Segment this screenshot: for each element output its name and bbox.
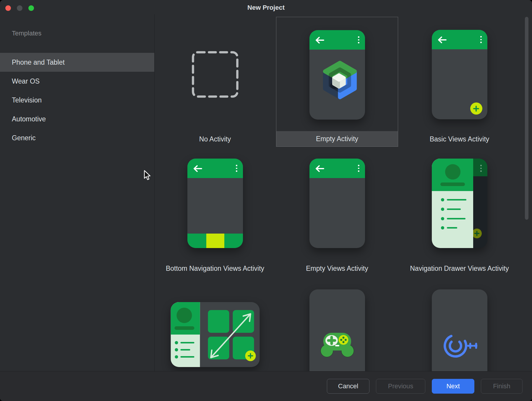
overflow-menu-icon [236, 165, 237, 172]
title-bar: New Project [0, 0, 532, 14]
phone-mockup [309, 289, 365, 371]
template-card-label: No Activity [199, 134, 231, 144]
cpp-logo-icon [443, 332, 477, 359]
template-card-label: Bottom Navigation Views Activity [166, 263, 264, 274]
phone-mockup [432, 159, 487, 248]
previous-button[interactable]: Previous [376, 379, 425, 394]
mouse-cursor [143, 170, 152, 181]
template-card-primary-detail[interactable] [154, 277, 276, 371]
overflow-menu-icon [480, 165, 482, 172]
overflow-menu-icon [480, 36, 482, 43]
template-card-label: Navigation Drawer Views Activity [410, 263, 509, 274]
dialog-title: New Project [0, 4, 532, 12]
template-card-empty-activity[interactable]: Empty Activity [276, 17, 398, 147]
dashed-placeholder-icon [192, 51, 239, 98]
phone-mockup [309, 159, 365, 248]
back-arrow-icon [193, 165, 202, 172]
template-card-no-activity[interactable]: No Activity [154, 17, 276, 147]
back-arrow-icon [315, 165, 324, 172]
overflow-menu-icon [358, 36, 359, 43]
dimmed-fab-plus-icon [472, 229, 482, 238]
finish-button[interactable]: Finish [481, 379, 523, 394]
back-arrow-icon [315, 37, 324, 44]
avatar-icon [445, 164, 460, 180]
template-card-label: Basic Views Activity [430, 134, 489, 144]
fab-plus-icon [245, 351, 256, 361]
new-project-dialog: New Project Templates Phone and Tablet W… [0, 0, 532, 401]
phone-mockup [432, 30, 487, 119]
template-grid: No Activity [0, 14, 532, 371]
template-card-basic-views-activity[interactable]: Basic Views Activity [398, 17, 520, 147]
template-card-empty-views-activity[interactable]: Empty Views Activity [276, 147, 398, 277]
next-button[interactable]: Next [432, 379, 474, 394]
phone-mockup [432, 289, 487, 371]
template-card-bottom-navigation-views-activity[interactable]: Bottom Navigation Views Activity [154, 147, 276, 277]
scrollbar-thumb[interactable] [525, 17, 528, 220]
template-card-navigation-drawer-views-activity[interactable]: Navigation Drawer Views Activity [398, 147, 520, 277]
jetpack-compose-logo-icon [321, 61, 359, 99]
template-card-native-cpp[interactable] [398, 277, 520, 371]
template-card-game-activity[interactable] [276, 277, 398, 371]
phone-mockup [309, 30, 365, 120]
tablet-primary-detail-mockup-icon [171, 302, 259, 367]
nav-drawer-panel [432, 159, 473, 248]
phone-mockup [187, 159, 243, 248]
fab-plus-icon [470, 102, 482, 115]
gamepad-icon [319, 331, 355, 358]
back-arrow-icon [438, 36, 447, 43]
template-card-label: Empty Activity [316, 134, 358, 144]
template-card-label: Empty Views Activity [306, 263, 368, 274]
dialog-footer: Cancel Previous Next Finish [0, 371, 532, 401]
cancel-button[interactable]: Cancel [327, 379, 369, 394]
bottom-nav-bar [187, 234, 243, 248]
overflow-menu-icon [358, 165, 359, 172]
